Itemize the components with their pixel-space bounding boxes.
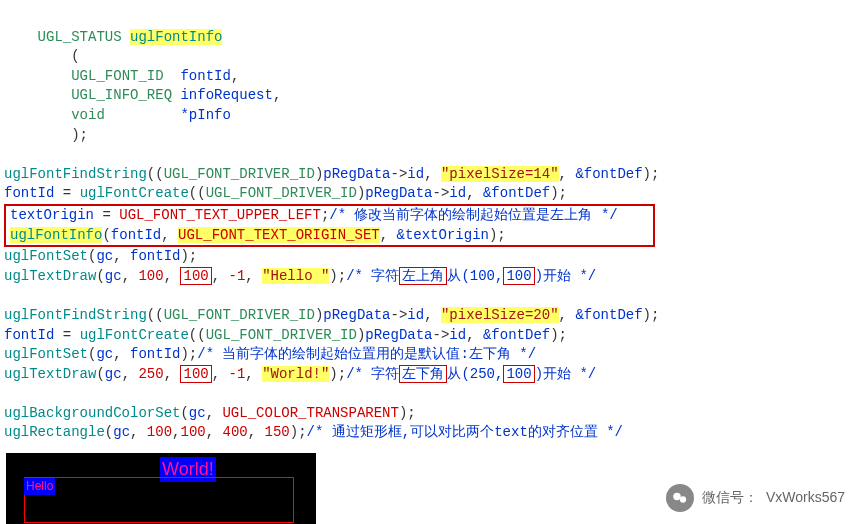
l10-c3: )开始 */ [535, 366, 597, 382]
l1-arg1a: pRegData [323, 166, 390, 182]
l10-cbox: 左下角 [399, 365, 447, 383]
param2-type: UGL_INFO_REQ [71, 87, 172, 103]
l9-a2: fontId [130, 346, 180, 362]
param2-name: infoRequest [180, 87, 272, 103]
l8-lhs: fontId [4, 327, 54, 343]
watermark-label: 微信号： [702, 488, 758, 508]
rendered-rect [24, 477, 294, 523]
code-block: UGL_STATUS uglFontInfo ( UGL_FONT_ID fon… [0, 0, 865, 447]
l8-cast: UGL_FONT_DRIVER_ID [206, 327, 357, 343]
fn-find1: uglFontFindString [4, 166, 147, 182]
l7-arg2: "pixelSize=20" [441, 307, 559, 323]
l4-fn: uglFontInfo [10, 227, 102, 243]
cast1: UGL_FONT_DRIVER_ID [164, 166, 315, 182]
l7-fn: uglFontFindString [4, 307, 147, 323]
l12-comment: /* 通过矩形框,可以对比两个text的对齐位置 */ [307, 424, 623, 440]
l10-a1: gc [105, 366, 122, 382]
l6-c2: 从(100, [447, 268, 503, 284]
l6-a1: gc [105, 268, 122, 284]
l10-a2: 250 [138, 366, 163, 382]
rendered-hello: Hello [24, 478, 55, 495]
l7-arg1a: pRegData [323, 307, 390, 323]
l12-a1: gc [113, 424, 130, 440]
l3-comment: /* 修改当前字体的绘制起始位置是左上角 */ [329, 207, 617, 223]
l12-a5: 150 [265, 424, 290, 440]
l1-arg2: "pixelSize=14" [441, 166, 559, 182]
l2-arg3: &fontDef [483, 185, 550, 201]
l10-fn: uglTextDraw [4, 366, 96, 382]
l9-comment: /* 当前字体的绘制起始位置用的是默认值:左下角 */ [197, 346, 536, 362]
svg-point-1 [680, 496, 686, 502]
l10-a5: "World!" [262, 366, 329, 382]
l2-cast: UGL_FONT_DRIVER_ID [206, 185, 357, 201]
l6-a2: 100 [138, 268, 163, 284]
l4-a1: fontId [111, 227, 161, 243]
l5-a1: gc [96, 248, 113, 264]
l6-cbox: 左上角 [399, 267, 447, 285]
l4-a2: UGL_FONT_TEXT_ORIGIN_SET [178, 227, 380, 243]
svg-point-0 [673, 493, 681, 501]
l10-c2: 从(250, [447, 366, 503, 382]
l2-lhs: fontId [4, 185, 54, 201]
l7-cast: UGL_FONT_DRIVER_ID [164, 307, 315, 323]
l10-a3: 100 [180, 365, 211, 383]
l6-c1: /* 字符 [346, 268, 399, 284]
l11-a2: UGL_COLOR_TRANSPARENT [222, 405, 398, 421]
l3-lhs: textOrigin [10, 207, 94, 223]
l9-fn: uglFontSet [4, 346, 88, 362]
l10-c1: /* 字符 [346, 366, 399, 382]
l5-a2: fontId [130, 248, 180, 264]
l12-fn: uglRectangle [4, 424, 105, 440]
l7-arg3: &fontDef [575, 307, 642, 323]
wechat-icon [666, 484, 694, 512]
l6-c3: )开始 */ [535, 268, 597, 284]
param1-name: fontId [180, 68, 230, 84]
param3-type: void [71, 107, 105, 123]
render-preview: World! Hello [6, 453, 316, 524]
ret-type: UGL_STATUS [38, 29, 122, 45]
l2-arg1b: id [449, 185, 466, 201]
l9-a1: gc [96, 346, 113, 362]
decl-close: ); [71, 127, 88, 143]
l1-arg3: &fontDef [575, 166, 642, 182]
l8-arg1b: id [449, 327, 466, 343]
l6-a5: "Hello " [262, 268, 329, 284]
l7-arg1b: id [407, 307, 424, 323]
watermark-value: VxWorks567 [766, 488, 845, 508]
l5-fn: uglFontSet [4, 248, 88, 264]
param1-type: UGL_FONT_ID [71, 68, 163, 84]
decl-line: UGL_STATUS uglFontInfo [4, 29, 222, 45]
l1-arg1b: id [407, 166, 424, 182]
l10-a4: -1 [229, 366, 246, 382]
l6-fn: uglTextDraw [4, 268, 96, 284]
l4-a3: &textOrigin [397, 227, 489, 243]
l2-arg1a: pRegData [365, 185, 432, 201]
l2-fn: uglFontCreate [80, 185, 189, 201]
l12-a2: 100 [147, 424, 172, 440]
l6-a3: 100 [180, 267, 211, 285]
l8-arg1a: pRegData [365, 327, 432, 343]
l8-fn: uglFontCreate [80, 327, 189, 343]
highlight-box: textOrigin = UGL_FONT_TEXT_UPPER_LEFT;/*… [4, 204, 655, 247]
l6-a4: -1 [229, 268, 246, 284]
fn-name: uglFontInfo [130, 29, 222, 45]
l11-a1: gc [189, 405, 206, 421]
l10-c2box: 100 [503, 365, 534, 383]
l12-a3: 100 [180, 424, 205, 440]
l6-c2box: 100 [503, 267, 534, 285]
watermark: 微信号：VxWorks567 [666, 484, 845, 512]
l8-arg3: &fontDef [483, 327, 550, 343]
l11-fn: uglBackgroundColorSet [4, 405, 180, 421]
l3-rhs: UGL_FONT_TEXT_UPPER_LEFT [119, 207, 321, 223]
param3-ptr: *pInfo [180, 107, 230, 123]
l12-a4: 400 [223, 424, 248, 440]
